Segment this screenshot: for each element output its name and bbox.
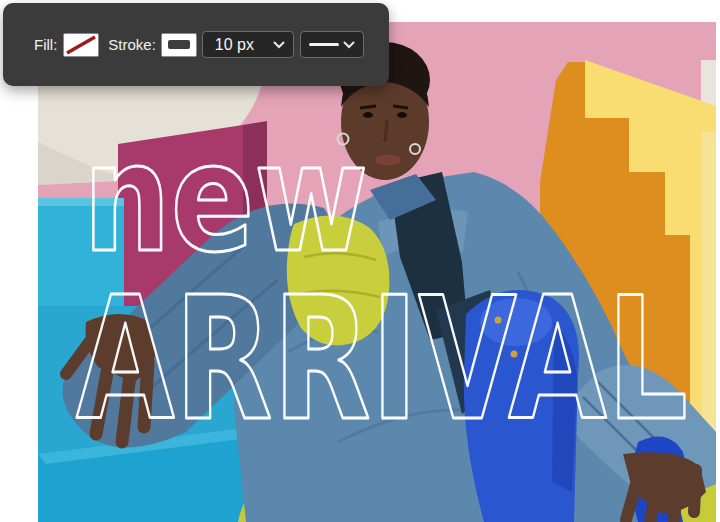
canvas-image[interactable]: new ARRIVAL (38, 22, 716, 522)
photo-illustration: new ARRIVAL (38, 22, 716, 522)
properties-toolbar: Fill: Stroke: 10 px (3, 3, 389, 86)
stroke-width-value: 10 px (215, 36, 254, 54)
chevron-down-icon (273, 41, 285, 49)
fill-color-swatch[interactable] (63, 33, 99, 57)
fill-label: Fill: (34, 36, 57, 53)
design-editor-screen: new ARRIVAL Fill: Stroke: 10 px (0, 0, 720, 522)
chevron-down-icon (343, 41, 355, 49)
solid-line-icon (309, 43, 339, 46)
stroke-label: Stroke: (108, 36, 156, 53)
stroke-color-preview (168, 40, 190, 49)
overlay-text-new[interactable]: new (83, 111, 368, 285)
overlay-text-arrival[interactable]: ARRIVAL (76, 260, 688, 458)
stroke-width-dropdown[interactable]: 10 px (202, 31, 294, 58)
stroke-color-swatch[interactable] (161, 33, 197, 57)
no-fill-icon (64, 34, 98, 56)
stroke-style-dropdown[interactable] (300, 31, 364, 58)
